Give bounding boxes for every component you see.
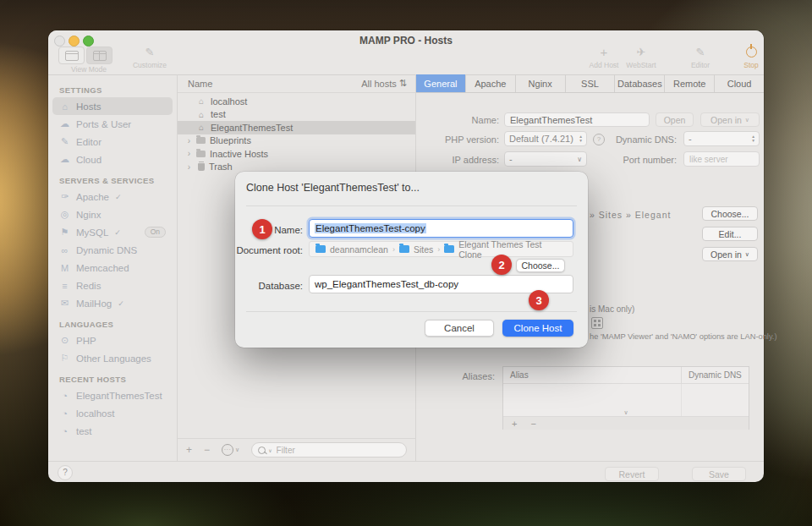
tab-bar: General Apache Nginx SSL Databases Remot… (416, 74, 764, 93)
tab-cloud[interactable]: Cloud (715, 74, 764, 92)
document-root-breadcrumb-partial: » Sites » Elegant (590, 210, 671, 220)
tab-ssl[interactable]: SSL (566, 74, 616, 92)
aliases-table: Alias Dynamic DNS ∨ + − (502, 366, 749, 430)
selected-text: ElegantThemesTest-copy (315, 223, 426, 233)
sidebar-item-mysql[interactable]: ⚑ MySQL ✓ On (52, 223, 173, 241)
help-button[interactable]: ? (58, 465, 73, 480)
tab-apache[interactable]: Apache (466, 74, 516, 92)
nginx-icon: ◎ (59, 209, 70, 220)
clone-host-button[interactable]: Clone Host (502, 320, 573, 337)
clone-host-dialog: Clone Host 'ElegantThemesTest' to... 1 N… (235, 172, 588, 348)
host-row-elegantthemestest[interactable]: ⌂ ElegantThemesTest (178, 121, 415, 134)
check-icon: ✓ (118, 299, 124, 308)
sidebar-item-hosts[interactable]: ⌂ Hosts (52, 97, 173, 115)
sidebar-item-recent-test[interactable]: ◔ test (52, 422, 173, 440)
disclosure-icon[interactable]: › (186, 149, 192, 158)
cancel-button[interactable]: Cancel (425, 320, 494, 337)
sidebar-item-cloud[interactable]: ☁ Cloud (52, 151, 173, 168)
stepper-icon: ▴▾ (752, 134, 754, 143)
note-lan-only: he 'MAMP Viewer' and 'NAMO' options are … (590, 332, 777, 341)
disclosure-icon[interactable]: › (186, 136, 192, 145)
host-row-localhost[interactable]: ⌂ localhost (178, 95, 415, 108)
host-name-field[interactable]: ElegantThemesTest (504, 112, 650, 127)
mysql-on-badge: On (145, 227, 166, 238)
sidebar-item-apache[interactable]: ✑ Apache ✓ (52, 188, 173, 205)
revert-button[interactable]: Revert (605, 467, 659, 481)
name-label: Name: (416, 115, 499, 125)
dynamic-dns-select[interactable]: - ▴▾ (683, 131, 760, 146)
actions-menu-button[interactable]: ··· ∨ (222, 444, 239, 456)
view-mode-segmented-control (58, 47, 112, 64)
sidebar-item-memcached[interactable]: M Memcached (52, 259, 173, 277)
host-filter-dropdown[interactable]: All hosts ⇅ (361, 78, 407, 89)
trash-icon (198, 163, 205, 171)
sidebar-item-ports-user[interactable]: ☁ Ports & User (52, 115, 173, 133)
open-in-docroot-button[interactable]: Open in ∨ (702, 247, 758, 261)
php-version-select[interactable]: Default (7.4.21) ▴▾ (504, 131, 587, 146)
sidebar-item-nginx[interactable]: ◎ Nginx (52, 205, 173, 223)
choose-clone-docroot-button[interactable]: Choose... (516, 259, 565, 272)
webstart-button[interactable]: ✈ WebStart (617, 46, 666, 69)
editor-button[interactable]: ✎ Editor (676, 46, 725, 69)
ellipsis-icon: ··· (222, 444, 233, 456)
house-icon: ⌂ (59, 101, 70, 112)
remove-host-footer-button[interactable]: − (204, 444, 210, 456)
folder-icon (196, 137, 206, 144)
step-badge-3: 3 (529, 290, 549, 310)
sidebar-item-recent-elegantthemestest[interactable]: ◔ ElegantThemesTest (52, 386, 173, 404)
sidebar-item-redis[interactable]: ≡ Redis (52, 277, 173, 294)
dialog-database-label: Database: (244, 281, 303, 291)
chevron-down-icon: ∨ (577, 156, 582, 163)
port-number-input[interactable] (683, 151, 760, 167)
dynamic-dns-label: Dynamic DNS: (594, 134, 677, 145)
host-row-test[interactable]: ⌂ test (178, 108, 415, 122)
clone-docroot-breadcrumb[interactable]: deannamclean › Sites › Elegant Themes Te… (309, 241, 573, 257)
edit-docroot-button[interactable]: Edit... (702, 227, 758, 241)
sidebar-section-recent-hosts: RECENT HOSTS (59, 375, 177, 384)
sidebar-item-mailhog[interactable]: ✉ MailHog ✓ (52, 294, 173, 312)
filter-field[interactable]: ∨ (251, 442, 407, 458)
dialog-docroot-label: Document root: (235, 245, 303, 255)
sidebar-item-editor[interactable]: ✎ Editor (52, 133, 173, 151)
customize-icon: ✎ (123, 46, 177, 59)
clock-icon: ◔ (59, 391, 70, 401)
add-alias-button[interactable]: + (512, 419, 517, 429)
tab-general[interactable]: General (416, 74, 466, 92)
window-title: MAMP PRO - Hosts (48, 35, 764, 47)
view-mode-columns-button[interactable] (86, 47, 112, 64)
host-row-blueprints[interactable]: › Blueprints (178, 134, 415, 148)
folder-icon (315, 245, 326, 253)
cloud-icon: ☁ (59, 154, 70, 165)
view-mode-list-button[interactable] (58, 47, 85, 64)
check-icon: ✓ (115, 193, 122, 201)
tab-remote[interactable]: Remote (665, 74, 715, 92)
php-icon: ⊙ (59, 335, 70, 346)
list-view-icon (65, 51, 79, 61)
tab-nginx[interactable]: Nginx (516, 74, 566, 92)
sidebar-item-other-languages[interactable]: ⚐ Other Languages (52, 349, 173, 367)
sidebar-item-php[interactable]: ⊙ PHP (52, 331, 173, 349)
cloud-icon: ☁ (59, 118, 70, 129)
folder-icon (399, 245, 409, 253)
open-button[interactable]: Open (656, 112, 694, 127)
ip-address-select[interactable]: - ∨ (504, 151, 587, 167)
ip-address-label: IP address: (416, 155, 499, 165)
disclosure-icon[interactable]: › (186, 162, 192, 172)
add-host-footer-button[interactable]: + (186, 444, 192, 456)
clock-icon: ◔ (59, 426, 70, 436)
remove-alias-button[interactable]: − (530, 419, 535, 429)
choose-docroot-button[interactable]: Choose... (702, 206, 758, 221)
save-button[interactable]: Save (692, 467, 746, 481)
filter-input[interactable] (275, 445, 400, 456)
open-in-button[interactable]: Open in ∨ (700, 112, 760, 127)
tab-databases[interactable]: Databases (615, 74, 665, 92)
host-row-inactive-hosts[interactable]: › Inactive Hosts (178, 147, 415, 161)
sidebar-item-recent-localhost[interactable]: ◔ localhost (52, 404, 173, 422)
name-column-header: Name (188, 79, 212, 89)
host-list-footer: + − ··· ∨ ∨ (178, 438, 415, 461)
breadcrumb-separator-icon: › (392, 245, 395, 254)
sidebar-item-dynamic-dns[interactable]: ∞ Dynamic DNS (52, 241, 173, 259)
clone-name-input[interactable]: ElegantThemesTest-copy (309, 219, 573, 238)
customize-button[interactable]: ✎ Customize (123, 46, 177, 69)
stop-button[interactable]: Stop (727, 46, 776, 69)
